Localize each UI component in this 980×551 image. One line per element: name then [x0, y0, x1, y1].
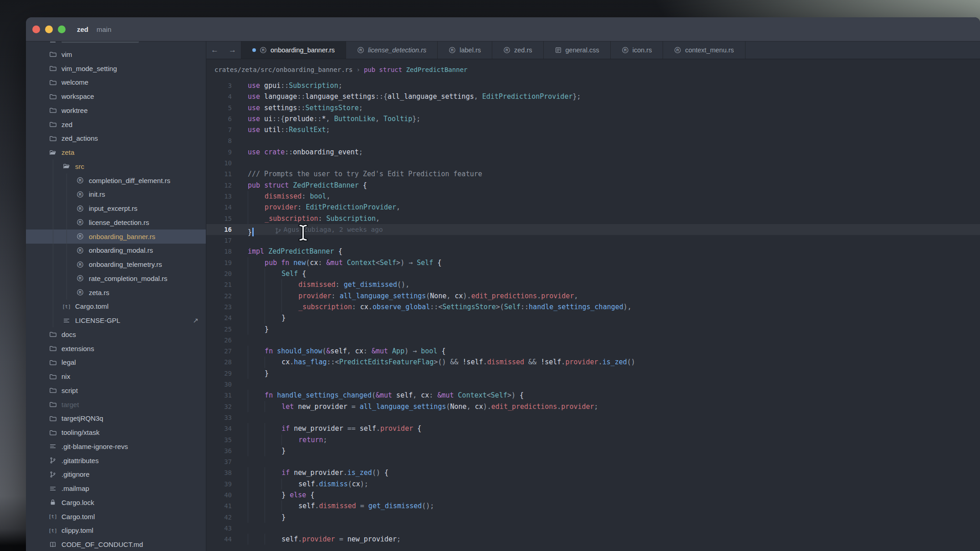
tree-item-CODE_OF_CONDUCT.md[interactable]: CODE_OF_CONDUCT.md	[26, 537, 206, 551]
rust-icon: R	[76, 274, 84, 282]
file-tree: vimvim_mode_settingwelcomeworkspaceworkt…	[26, 41, 206, 551]
tab-icon.rs[interactable]: Ricon.rs	[611, 41, 664, 59]
code-line-20[interactable]: 20Self {	[206, 268, 980, 279]
git-branch-label[interactable]: main	[97, 26, 112, 33]
code-line-4[interactable]: 4use language::language_settings::{all_l…	[206, 91, 980, 102]
tree-item-vim_mode_setting[interactable]: vim_mode_setting	[26, 61, 206, 76]
tree-item-Cargo.lock[interactable]: Cargo.lock	[26, 495, 206, 510]
code-line-21[interactable]: 21dismissed: get_dismissed(),	[206, 279, 980, 290]
tab-onboarding_banner.rs[interactable]: Ronboarding_banner.rs	[241, 41, 346, 59]
code-line-14[interactable]: 14provider: EditPredictionProvider,	[206, 202, 980, 213]
code-text: /// Prompts the user to try Zed's Edit P…	[248, 168, 482, 179]
zoom-button[interactable]	[58, 26, 66, 33]
minimize-button[interactable]	[45, 26, 53, 33]
line-number: 17	[206, 235, 232, 246]
code-line-42[interactable]: 42}	[206, 512, 980, 523]
tree-item-worktree[interactable]: worktree	[26, 103, 206, 117]
close-button[interactable]	[32, 26, 40, 33]
tree-item-tooling/xtask[interactable]: tooling/xtask	[26, 425, 206, 439]
code-line-33[interactable]: 33	[206, 412, 980, 423]
tree-item-zed_actions[interactable]: zed_actions	[26, 132, 206, 146]
css-icon	[555, 46, 562, 54]
code-text: _subscription: cx.observe_global::<Setti…	[248, 301, 632, 312]
code-line-26[interactable]: 26	[206, 335, 980, 346]
unsaved-dot	[252, 48, 256, 52]
code-line-35[interactable]: 35return;	[206, 434, 980, 445]
tree-item-.mailmap[interactable]: .mailmap	[26, 481, 206, 495]
code-text: self.dismissed = get_dismissed();	[248, 500, 434, 511]
tab-general.css[interactable]: general.css	[544, 41, 611, 59]
tree-item-welcome[interactable]: welcome	[26, 76, 206, 90]
tree-item-vim[interactable]: vim	[26, 47, 206, 61]
code-line-31[interactable]: 31fn handle_settings_changed(&mut self, …	[206, 390, 980, 401]
code-line-32[interactable]: 32let new_provider = all_language_settin…	[206, 401, 980, 412]
code-line-38[interactable]: 38if new_provider.is_zed() {	[206, 467, 980, 478]
tree-item-.git-blame-ignore-revs[interactable]: .git-blame-ignore-revs	[26, 439, 206, 454]
tree-item-target[interactable]: target	[26, 398, 206, 412]
code-line-12[interactable]: 12pub struct ZedPredictBanner {	[206, 180, 980, 191]
code-line-30[interactable]: 30	[206, 379, 980, 390]
code-line-10[interactable]: 10	[206, 158, 980, 168]
code-line-28[interactable]: 28cx.has_flag::<PredictEditsFeatureFlag>…	[206, 357, 980, 367]
code-line-17[interactable]: 17	[206, 235, 980, 246]
tab-label.rs[interactable]: Rlabel.rs	[438, 41, 492, 59]
tree-item-legal[interactable]: legal	[26, 356, 206, 370]
tree-item-.gitignore[interactable]: .gitignore	[26, 468, 206, 482]
nav-forward-button[interactable]: →	[229, 46, 236, 55]
code-line-16[interactable]: 16}Agus Zubiaga, 2 weeks ago	[206, 224, 980, 235]
tree-item-.gitattributes[interactable]: .gitattributes	[26, 454, 206, 468]
code-line-37[interactable]: 37	[206, 456, 980, 467]
svg-text:[t]: [t]	[49, 527, 56, 533]
code-line-18[interactable]: 18impl ZedPredictBanner {	[206, 246, 980, 257]
tree-item-targetjRQN3q[interactable]: targetjRQN3q	[26, 412, 206, 426]
code-line-19[interactable]: 19pub fn new(cx: &mut Context<Self>) → S…	[206, 257, 980, 268]
tree-item-extensions[interactable]: extensions	[26, 342, 206, 356]
rust-icon: R	[260, 46, 267, 54]
code-line-24[interactable]: 24}	[206, 312, 980, 323]
tree-item-nix[interactable]: nix	[26, 369, 206, 383]
tree-item-zed[interactable]: zed	[26, 117, 206, 132]
tree-item-clippy.toml[interactable]: [t]clippy.toml	[26, 524, 206, 538]
code-line-5[interactable]: 5use settings::SettingsStore;	[206, 102, 980, 113]
code-line-34[interactable]: 34if new_provider == self.provider {	[206, 423, 980, 434]
tab-context_menu.rs[interactable]: Rcontext_menu.rs	[663, 41, 745, 59]
svg-text:R: R	[624, 48, 627, 52]
code-line-23[interactable]: 23_subscription: cx.observe_global::<Set…	[206, 301, 980, 312]
code-editor[interactable]: 3use gpui::Subscription;4use language::l…	[206, 80, 980, 551]
breadcrumb[interactable]: crates/zeta/src/onboarding_banner.rs › p…	[206, 59, 980, 80]
tab-label: icon.rs	[633, 46, 652, 54]
code-line-44[interactable]: 44self.provider = new_provider;	[206, 534, 980, 545]
tree-item-workspace[interactable]: workspace	[26, 89, 206, 103]
code-line-11[interactable]: 11/// Prompts the user to try Zed's Edit…	[206, 168, 980, 179]
code-line-6[interactable]: 6use ui::{prelude::*, ButtonLike, Toolti…	[206, 113, 980, 124]
code-line-40[interactable]: 40} else {	[206, 490, 980, 500]
breadcrumb-symbol[interactable]: pub struct ZedPredictBanner	[364, 66, 468, 73]
code-line-8[interactable]: 8	[206, 135, 980, 146]
code-line-41[interactable]: 41self.dismissed = get_dismissed();	[206, 500, 980, 511]
code-line-29[interactable]: 29}	[206, 368, 980, 379]
code-line-39[interactable]: 39self.dismiss(cx);	[206, 479, 980, 490]
tree-item-Cargo.toml[interactable]: [t]Cargo.toml	[26, 510, 206, 524]
code-line-9[interactable]: 9use crate::onboarding_event;	[206, 147, 980, 158]
code-line-13[interactable]: 13dismissed: bool,	[206, 191, 980, 202]
title-bar[interactable]: zed main	[26, 17, 980, 41]
tab-label: license_detection.rs	[368, 46, 426, 54]
tab-license_detection.rs[interactable]: Rlicense_detection.rs	[346, 41, 438, 59]
code-line-43[interactable]: 43	[206, 523, 980, 534]
code-line-15[interactable]: 15_subscription: Subscription,	[206, 213, 980, 224]
tree-item-zeta[interactable]: zeta	[26, 145, 206, 159]
breadcrumb-path[interactable]: crates/zeta/src/onboarding_banner.rs	[214, 66, 352, 73]
tree-item-partial[interactable]	[26, 41, 206, 47]
code-line-7[interactable]: 7use util::ResultExt;	[206, 124, 980, 135]
tree-item-script[interactable]: script	[26, 383, 206, 398]
code-line-22[interactable]: 22provider: all_language_settings(None, …	[206, 291, 980, 301]
rust-icon: R	[622, 46, 629, 54]
tab-zed.rs[interactable]: Rzed.rs	[492, 41, 544, 59]
line-number: 32	[206, 401, 232, 412]
code-line-25[interactable]: 25}	[206, 324, 980, 335]
tree-item-docs[interactable]: docs	[26, 327, 206, 342]
code-line-3[interactable]: 3use gpui::Subscription;	[206, 80, 980, 91]
code-line-27[interactable]: 27fn should_show(&self, cx: &mut App) → …	[206, 346, 980, 357]
code-line-36[interactable]: 36}	[206, 445, 980, 456]
nav-back-button[interactable]: ←	[211, 46, 219, 55]
